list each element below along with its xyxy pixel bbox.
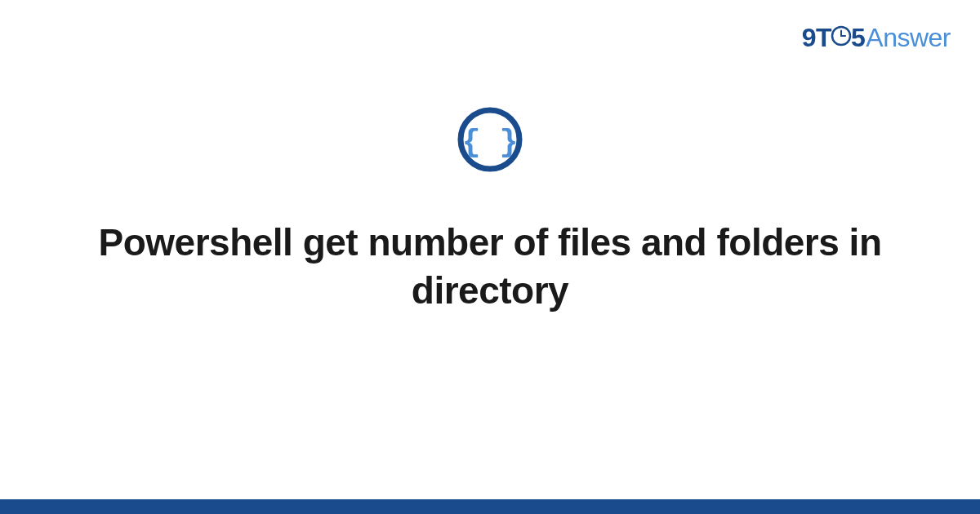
- logo-text-five: 5: [851, 23, 865, 53]
- site-logo: 9 T 5 Answer: [802, 23, 951, 53]
- code-braces-icon: { }: [457, 106, 523, 173]
- svg-text:{ }: { }: [462, 125, 518, 160]
- logo-text-nine: 9: [802, 23, 816, 53]
- logo-text-answer: Answer: [866, 23, 951, 53]
- logo-text-t: T: [816, 23, 831, 53]
- footer-accent-bar: [0, 499, 980, 514]
- page-title: Powershell get number of files and folde…: [65, 219, 915, 315]
- main-content: { } Powershell get number of files and f…: [0, 106, 980, 315]
- clock-icon: [831, 25, 852, 47]
